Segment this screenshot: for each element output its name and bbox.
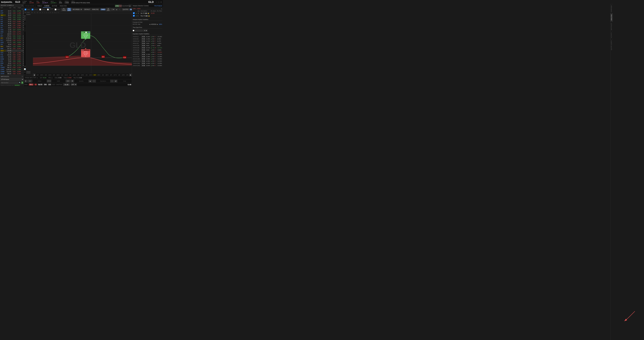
tab-active[interactable]: ACTIVE (50, 4, 58, 7)
down-btn[interactable]: ▼ (70, 80, 74, 82)
symbol-row[interactable]: FXE 118.46 -0.53 -0.49% 14.3 (0, 54, 24, 56)
symbol-row[interactable]: EEM 49.34 -0.16 -0.77% 39.0 (0, 62, 24, 64)
vol-select-10[interactable]: ▼ (141, 58, 145, 60)
close-icon[interactable]: ✕ (160, 1, 162, 3)
vol-up-5[interactable]: ▲ (151, 47, 152, 48)
symbol-row[interactable]: GDX 21.46 -0.27 -1.24% 34.3 (0, 52, 24, 54)
vol-down-5[interactable]: ▼ (155, 47, 156, 48)
sell-button[interactable]: SELL (29, 84, 34, 86)
symbol-row[interactable]: UNG 22.28 -0.54 -2.37% 2.0 (0, 31, 24, 33)
symbol-row[interactable]: QQQ 171.73 0.05 0.03% 38.0 (0, 41, 24, 43)
vol-down-7[interactable]: ▼ (154, 52, 156, 53)
fwd-btn[interactable]: → (110, 80, 114, 82)
vol-up-9[interactable]: ▲ (151, 56, 152, 57)
refresh-btn[interactable]: ↻ (118, 8, 121, 10)
symbol-row[interactable]: NDX 7,043.21 2.23 0.03% 34.9 (0, 46, 24, 48)
trade-tab[interactable]: TRADE (24, 21, 26, 26)
prev-prev-btn[interactable]: ⟪ (24, 80, 27, 82)
prev-btn[interactable]: ⟩⟩ (28, 80, 32, 82)
vol-down-2[interactable]: ▼ (154, 40, 156, 42)
vol-up-0[interactable]: ▲ (151, 36, 152, 37)
settings-icon[interactable]: ⚙ (22, 76, 23, 77)
zones-checkbox[interactable] (39, 9, 41, 10)
symbol-row[interactable]: EFA 70.60 0.04 0.06% 34.9 (0, 60, 24, 62)
maximize-icon[interactable]: □ (158, 1, 159, 3)
vol-up-10[interactable]: ▲ (151, 58, 152, 60)
vol-select-1[interactable]: ▼ (141, 38, 145, 40)
vol-up-3[interactable]: ▲ (151, 43, 152, 44)
spot-input[interactable] (135, 30, 143, 32)
vol-down-0[interactable]: ▼ (154, 36, 156, 37)
arrow-right-icon[interactable]: ▶ (161, 8, 162, 9)
quotes-btn[interactable]: QUOTES (122, 8, 129, 10)
vol-select-4[interactable]: ▼ (141, 45, 145, 46)
compress-btn[interactable]: ⊢⊣ (47, 80, 51, 82)
calendar-button[interactable]: CALENDAR (122, 5, 129, 7)
vol-up-4[interactable]: ▲ (151, 45, 152, 46)
pos-check-0[interactable] (133, 12, 135, 14)
pl-theo-btn[interactable]: P/L THEO (61, 8, 66, 11)
vol-select-6[interactable]: ▼ (141, 49, 145, 51)
vol-down-8[interactable]: ▼ (154, 54, 156, 55)
vol-down-4[interactable]: ▼ (154, 45, 156, 46)
date-prev-btn[interactable]: ◀ (149, 23, 150, 25)
symbol-row[interactable]: /ZSK8 1,044.50 12.25 1.19% — (0, 69, 24, 71)
activity-tab[interactable]: ACTIVITY (24, 26, 26, 32)
symbol-row[interactable]: /ZCK8 388.25 -0.50 -0.13% — (0, 73, 24, 75)
spot-dropdown[interactable]: ▼ (143, 29, 148, 32)
scaley-checkbox[interactable] (47, 9, 49, 10)
vol-up-13[interactable]: ▲ (151, 65, 152, 66)
lines-checkbox[interactable] (24, 9, 26, 10)
tab-table[interactable]: TABLE (36, 4, 43, 7)
symbol-row[interactable]: XLF 29.02 0.08 0.28% 34.6 (0, 18, 24, 20)
vol-down-1[interactable]: ▼ (154, 38, 156, 39)
vol-down-6[interactable]: ▼ (154, 49, 156, 51)
vol-up-8[interactable]: ▲ (151, 54, 152, 55)
expand-button[interactable]: ▶ (129, 5, 131, 7)
symbol-row[interactable]: RUT 1,578.49 -5.82 -0.37% 29.7 (0, 39, 24, 41)
pl-exp-btn[interactable]: P/L EXP (67, 8, 71, 11)
view-checkbox[interactable] (55, 9, 56, 10)
tab-curve[interactable]: CURVE (43, 4, 50, 7)
pos-check-1[interactable] (133, 15, 135, 16)
vol-select-0[interactable]: ▼ (141, 36, 145, 38)
symbol-row[interactable]: IWM 157.18 -0.53 -0.34% 33.8 (0, 48, 24, 50)
info-chart-icon[interactable]: ℹ (24, 74, 26, 76)
watchlist-select[interactable]: ETFs/Futures (0, 78, 24, 81)
symbol-row[interactable]: XLE 67.22 -0.13 -0.48% 33.9 (0, 20, 24, 22)
vol-down-13[interactable]: ▼ (154, 65, 156, 66)
vol-up-12[interactable]: ▲ (151, 63, 152, 64)
num-select[interactable]: 1 2 3 (111, 8, 115, 10)
minimize-icon[interactable]: ─ (156, 1, 157, 3)
vol-down-3[interactable]: ▼ (154, 43, 156, 44)
default-btn[interactable]: DEFAULT (84, 8, 91, 10)
date-today-btn[interactable]: 100% (159, 24, 162, 25)
exp-btn[interactable]: @ EXP (106, 8, 110, 11)
spread-btn[interactable]: ⊣⊢ (66, 80, 70, 82)
vol-up-1[interactable]: ▲ (151, 38, 152, 39)
up-btn[interactable]: ▲ (115, 8, 118, 10)
vol-select-8[interactable]: ▼ (141, 53, 145, 55)
symbol-row[interactable]: XLK 70.01 0.15 0.21% 41.3 (0, 16, 24, 18)
view-analysis-btn[interactable]: View Analysis (154, 5, 162, 6)
strike-left-btn[interactable]: ◀ (33, 74, 36, 76)
swap-btn[interactable]: ⇄ (114, 80, 117, 82)
put-button[interactable]: PUT (119, 5, 122, 7)
long-button[interactable]: LONG (115, 5, 119, 7)
theo-btn[interactable]: THEO (100, 8, 106, 10)
vol-select-7[interactable]: ▼ (141, 51, 145, 53)
vol-up-7[interactable]: ▲ (151, 52, 152, 53)
symbol-row[interactable]: USO 12.35 0.07 0.57% 37.2 (0, 29, 24, 31)
recent-symbols-chevron[interactable]: ▼ (22, 5, 23, 6)
tab-analysis[interactable]: ANALYSIS (58, 4, 68, 7)
settings-chart-icon[interactable]: ⚙ (24, 71, 26, 73)
positions-tab[interactable]: POSITIONS (24, 14, 26, 21)
vol-select-3[interactable]: ▼ (141, 42, 145, 44)
vol-up-2[interactable]: ▲ (151, 40, 152, 42)
spot-checkbox[interactable] (133, 30, 134, 31)
vol-select-12[interactable]: ▼ (141, 62, 145, 64)
vol-select-9[interactable]: ▼ (141, 56, 145, 58)
add-symbol-button[interactable]: + (21, 81, 23, 84)
symbol-row[interactable]: /ZWK8 482.75 -6.00 -1.23% — (0, 66, 24, 69)
symbol-row[interactable]: GLD 124.85 11.3 (0, 50, 24, 52)
